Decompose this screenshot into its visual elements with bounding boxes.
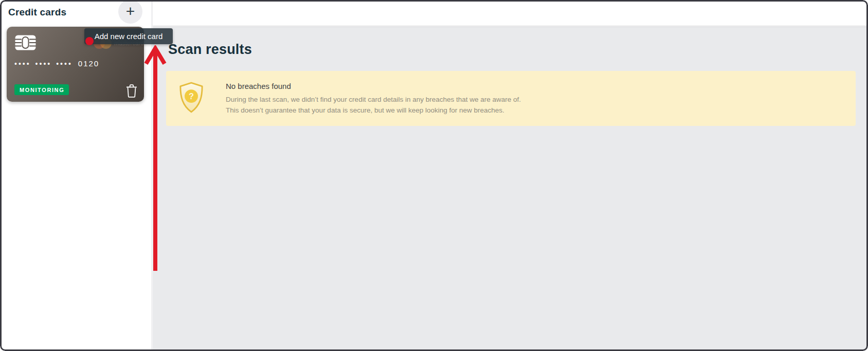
shield-question-icon: ? xyxy=(178,81,204,116)
app-window: Scan results ? No breaches found xyxy=(0,0,868,351)
sidebar-title: Credit cards xyxy=(8,7,66,18)
page-title: Scan results xyxy=(168,42,252,58)
plus-icon: + xyxy=(126,4,135,19)
sidebar-header: Credit cards + xyxy=(0,0,152,26)
alert-text-block: No breaches found During the last scan, … xyxy=(226,82,521,116)
alert-line-2: This doesn’t guarantee that your data is… xyxy=(226,105,521,116)
masked-card-number: •••• •••• •••• 0120 xyxy=(14,59,99,68)
scan-results-pane: Scan results ? No breaches found xyxy=(153,27,868,351)
no-breaches-alert: ? No breaches found During the last scan… xyxy=(166,71,856,126)
credit-cards-sidebar: Credit cards + xyxy=(0,0,152,351)
trash-icon xyxy=(126,84,137,98)
main-top-bar xyxy=(153,0,868,26)
masked-group: •••• xyxy=(56,60,73,67)
masked-group: •••• xyxy=(35,60,52,67)
annotation-red-dot xyxy=(85,37,94,45)
svg-text:?: ? xyxy=(189,91,194,100)
monitoring-status-badge: MONITORING xyxy=(14,84,69,95)
add-credit-card-button[interactable]: + xyxy=(118,0,142,24)
add-card-tooltip: Add new credit card xyxy=(84,28,173,44)
delete-card-button[interactable] xyxy=(126,84,137,98)
masked-group: •••• xyxy=(14,60,31,67)
alert-line-1: During the last scan, we didn’t find you… xyxy=(226,94,521,105)
annotation-red-arrow xyxy=(144,45,168,274)
card-chip-icon xyxy=(15,35,36,52)
card-last-digits: 0120 xyxy=(78,59,99,68)
alert-title: No breaches found xyxy=(226,82,521,90)
